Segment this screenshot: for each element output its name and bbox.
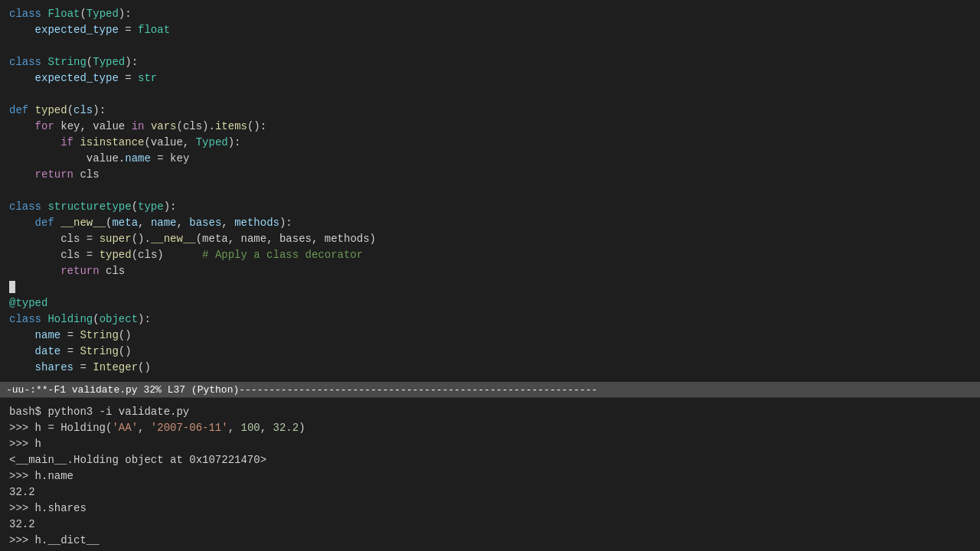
code-line — [9, 279, 971, 295]
code-line: expected_type = float — [9, 22, 971, 38]
status-text: -uu-:**-F1 validate.py 32% L37 (Python)-… — [6, 384, 597, 396]
terminal-line: >>> h.name — [9, 468, 971, 484]
terminal-line: bash$ python3 -i validate.py — [9, 404, 971, 420]
terminal[interactable]: bash$ python3 -i validate.py >>> h = Hol… — [0, 397, 980, 551]
terminal-line: <__main__.Holding object at 0x107221470> — [9, 452, 971, 468]
code-line: class String(Typed): — [9, 54, 971, 70]
code-line: for key, value in vars(cls).items(): — [9, 119, 971, 135]
code-line: class structuretype(type): — [9, 199, 971, 215]
code-line: class Float(Typed): — [9, 6, 971, 22]
code-line: if isinstance(value, Typed): — [9, 135, 971, 151]
code-line: value.name = key — [9, 151, 971, 167]
code-line: return cls — [9, 167, 971, 183]
code-line: cls = super().__new__(meta, name, bases,… — [9, 231, 971, 247]
code-line: date = String() — [9, 344, 971, 360]
terminal-line: >>> h.shares — [9, 500, 971, 517]
code-line — [9, 86, 971, 103]
status-bar: -uu-:**-F1 validate.py 32% L37 (Python)-… — [0, 382, 980, 397]
code-line: @typed — [9, 295, 971, 311]
code-line: def __new__(meta, name, bases, methods): — [9, 215, 971, 231]
terminal-line: >>> h = Holding('AA', '2007-06-11', 100,… — [9, 420, 971, 436]
code-line — [9, 183, 971, 199]
code-line: def typed(cls): — [9, 103, 971, 119]
code-line: name = String() — [9, 328, 971, 344]
code-line: class Holding(object): — [9, 311, 971, 328]
code-line: expected_type = str — [9, 70, 971, 86]
terminal-line: 32.2 — [9, 517, 971, 533]
code-line — [9, 38, 971, 54]
terminal-line: >>> h.__dict__ — [9, 533, 971, 549]
terminal-line: >>> h — [9, 436, 971, 452]
code-line: return cls — [9, 263, 971, 279]
code-line: cls = typed(cls) # Apply a class decorat… — [9, 247, 971, 263]
terminal-line: 32.2 — [9, 484, 971, 500]
code-line: shares = Integer() — [9, 360, 971, 376]
code-editor[interactable]: class Float(Typed): expected_type = floa… — [0, 0, 980, 382]
